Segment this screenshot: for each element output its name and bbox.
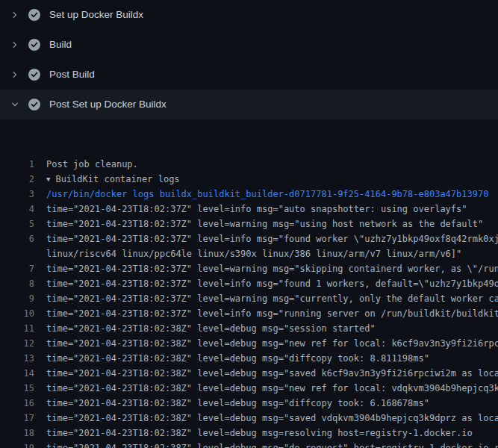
log-row: 15time="2021-04-23T18:02:38Z" level=debu…	[0, 381, 498, 396]
step-title: Build	[49, 40, 72, 50]
log-text: ▼BuildKit container logs	[46, 172, 180, 187]
line-number[interactable]: 11	[0, 321, 34, 336]
log-text: time="2021-04-23T18:02:37Z" level=info m…	[46, 306, 498, 321]
line-number[interactable]: 5	[0, 217, 34, 231]
log-text: time="2021-04-23T18:02:37Z" level=info m…	[46, 276, 498, 291]
log-text: time="2021-04-23T18:02:37Z" level=warnin…	[46, 261, 498, 276]
line-number[interactable]: 1	[0, 157, 34, 172]
log-row: 10time="2021-04-23T18:02:37Z" level=info…	[0, 306, 498, 321]
line-number[interactable]: 3	[0, 187, 34, 202]
line-number[interactable]: 13	[0, 351, 34, 366]
step-title: Set up Docker Buildx	[49, 10, 143, 20]
log-row: 7time="2021-04-23T18:02:37Z" level=warni…	[0, 261, 498, 276]
line-number[interactable]: 14	[0, 366, 34, 381]
log-row: 19time="2021-04-23T18:02:38Z" level=debu…	[0, 441, 498, 448]
line-number[interactable]: 12	[0, 336, 34, 351]
log-row: 5time="2021-04-23T18:02:37Z" level=warni…	[0, 217, 498, 231]
log-text: time="2021-04-23T18:02:38Z" level=debug …	[46, 336, 498, 351]
chevron-right-icon	[9, 69, 21, 81]
check-circle-icon	[28, 9, 40, 21]
log-text: time="2021-04-23T18:02:38Z" level=debug …	[46, 441, 498, 448]
log-row: 8time="2021-04-23T18:02:37Z" level=info …	[0, 276, 498, 291]
log-row: linux/riscv64 linux/ppc64le linux/s390x …	[0, 246, 498, 261]
log-area: 1Post job cleanup.2▼BuildKit container l…	[0, 119, 498, 448]
log-command-text: /usr/bin/docker logs buildx_buildkit_bui…	[46, 187, 488, 202]
log-lines: 1Post job cleanup.2▼BuildKit container l…	[0, 157, 498, 448]
log-row: 16time="2021-04-23T18:02:38Z" level=debu…	[0, 396, 498, 411]
log-text: time="2021-04-23T18:02:38Z" level=debug …	[46, 426, 473, 441]
log-row: 17time="2021-04-23T18:02:38Z" level=debu…	[0, 411, 498, 426]
line-number[interactable]: 4	[0, 202, 34, 217]
log-row: 6time="2021-04-23T18:02:37Z" level=info …	[0, 231, 498, 246]
log-text: time="2021-04-23T18:02:38Z" level=debug …	[46, 411, 498, 426]
check-circle-icon	[28, 99, 40, 111]
step-header-post-build[interactable]: Post Build	[0, 60, 498, 90]
line-number[interactable]: 6	[0, 231, 34, 246]
step-header-build[interactable]: Build	[0, 30, 498, 60]
chevron-right-icon	[9, 39, 21, 51]
line-number[interactable]: 15	[0, 381, 34, 396]
log-row: 9time="2021-04-23T18:02:37Z" level=warni…	[0, 291, 498, 306]
log-group-caret-icon[interactable]: ▼	[46, 172, 50, 187]
step-header-post-setup-docker-buildx[interactable]: Post Set up Docker Buildx	[0, 90, 498, 119]
log-row: 14time="2021-04-23T18:02:38Z" level=debu…	[0, 366, 498, 381]
log-text: linux/riscv64 linux/ppc64le linux/s390x …	[46, 246, 461, 261]
log-text: time="2021-04-23T18:02:37Z" level=warnin…	[46, 217, 483, 231]
line-number[interactable]: 2	[0, 172, 34, 187]
check-circle-icon	[28, 69, 40, 81]
log-text: time="2021-04-23T18:02:37Z" level=warnin…	[46, 291, 498, 306]
log-row: 18time="2021-04-23T18:02:38Z" level=debu…	[0, 426, 498, 441]
log-row: 4time="2021-04-23T18:02:37Z" level=info …	[0, 202, 498, 217]
log-text: time="2021-04-23T18:02:38Z" level=debug …	[46, 396, 429, 411]
line-number[interactable]: 16	[0, 396, 34, 411]
log-text: time="2021-04-23T18:02:38Z" level=debug …	[46, 321, 376, 336]
check-circle-icon	[28, 39, 40, 51]
log-text: time="2021-04-23T18:02:38Z" level=debug …	[46, 366, 498, 381]
steps-list: Set up Docker Buildx Build Post Build Po…	[0, 0, 498, 119]
step-header-setup-docker-buildx[interactable]: Set up Docker Buildx	[0, 0, 498, 30]
line-number[interactable]: 17	[0, 411, 34, 426]
chevron-down-icon	[9, 99, 21, 111]
line-number	[0, 246, 34, 261]
step-title: Post Build	[49, 69, 95, 80]
line-number[interactable]: 19	[0, 441, 34, 448]
step-title: Post Set up Docker Buildx	[49, 99, 166, 110]
log-row: 11time="2021-04-23T18:02:38Z" level=debu…	[0, 321, 498, 336]
log-row: 12time="2021-04-23T18:02:38Z" level=debu…	[0, 336, 498, 351]
line-number[interactable]: 10	[0, 306, 34, 321]
log-text: time="2021-04-23T18:02:37Z" level=info m…	[46, 202, 467, 217]
log-row: 13time="2021-04-23T18:02:38Z" level=debu…	[0, 351, 498, 366]
log-text: Post job cleanup.	[46, 157, 138, 172]
log-text: time="2021-04-23T18:02:38Z" level=debug …	[46, 381, 498, 396]
log-row: 3/usr/bin/docker logs buildx_buildkit_bu…	[0, 187, 498, 202]
log-row: 2▼BuildKit container logs	[0, 172, 498, 187]
line-number[interactable]: 8	[0, 276, 34, 291]
chevron-right-icon	[9, 9, 21, 21]
line-number[interactable]: 7	[0, 261, 34, 276]
line-number[interactable]: 18	[0, 426, 34, 441]
log-text: time="2021-04-23T18:02:38Z" level=debug …	[46, 351, 429, 366]
log-row: 1Post job cleanup.	[0, 157, 498, 172]
log-text: time="2021-04-23T18:02:37Z" level=info m…	[46, 231, 498, 246]
line-number[interactable]: 9	[0, 291, 34, 306]
